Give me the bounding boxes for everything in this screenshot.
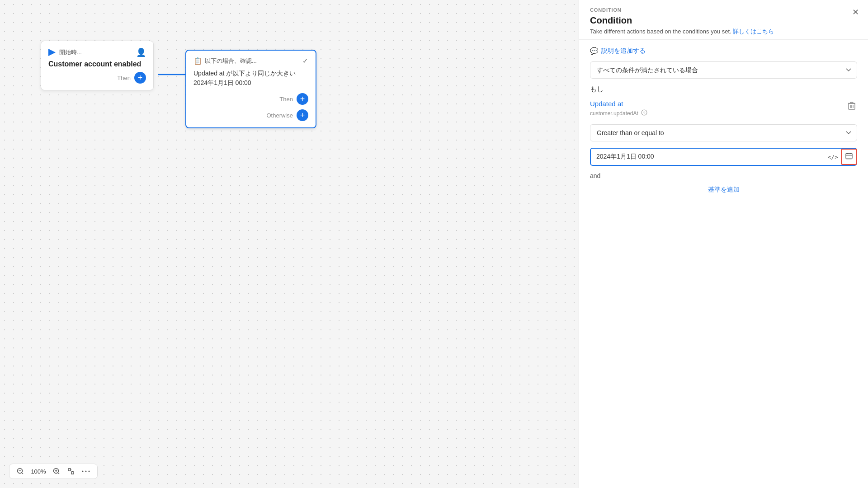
svg-text:?: ? [643,111,645,115]
and-label: and [590,172,857,179]
moshi-label: もし [590,85,857,94]
svg-rect-22 [846,154,852,159]
otherwise-branch-row: Otherwise + [193,109,308,121]
calendar-icon-button[interactable] [841,149,857,165]
add-criteria-button[interactable]: 基準を追加 [590,186,857,194]
updated-at-sub: customer.updatedAt ? [590,108,846,118]
canvas-area: 開始時... 👤 Customer account enabled Then +… [0,0,579,488]
add-criteria-label: 基準を追加 [708,186,740,193]
svg-rect-8 [68,469,71,471]
then-label: Then [117,75,131,81]
code-icon-button[interactable]: </> [825,150,841,164]
condition-node-header: 📋 以下の場合、確認... ✓ [193,57,308,65]
condition-field-row: Updated at customer.updatedAt ? [590,100,857,118]
condition-node-label: 以下の場合、確認... [205,57,257,65]
date-input-field[interactable] [591,149,825,165]
user-icon: 👤 [136,47,146,57]
svg-point-14 [89,471,90,472]
close-panel-button[interactable]: ✕ [852,7,859,17]
condition-selector[interactable]: すべての条件が満たされている場合 [590,61,857,79]
node-header-left: 開始時... [48,48,82,56]
updated-at-link[interactable]: Updated at [590,100,846,108]
more-options-button[interactable] [80,469,92,473]
operator-selector[interactable]: Greater than or equal to [590,124,857,141]
condition-node[interactable]: 📋 以下の場合、確認... ✓ Updated at が以下より同じか大きい 2… [185,50,316,128]
zoom-out-button[interactable] [15,467,26,476]
delete-condition-button[interactable] [846,100,857,113]
start-title: Customer account enabled [48,60,146,68]
fit-view-button[interactable] [66,467,76,476]
condition-node-body: Updated at が以下より同じか大きい 2024年1月1日 00:00 [193,69,308,88]
svg-line-7 [58,473,59,474]
add-then-button[interactable]: + [297,93,308,105]
svg-point-12 [82,471,84,472]
panel-header: CONDITION Condition Take different actio… [579,0,868,40]
section-label: CONDITION [590,7,857,13]
date-input-container: </> [590,148,857,166]
otherwise-branch-label: Otherwise [266,112,293,119]
condition-body-line1: Updated at が以下より同じか大きい [193,69,308,78]
then-branch-row: Then + [193,93,308,105]
updated-at-sub-text: customer.updatedAt [590,110,638,117]
add-desc-icon: 💬 [590,47,599,55]
start-node: 開始時... 👤 Customer account enabled Then + [41,41,154,90]
add-otherwise-button[interactable]: + [297,109,308,121]
condition-check-icon: ✓ [302,57,308,65]
node-header: 開始時... 👤 [48,47,146,57]
zoom-level: 100% [29,468,47,475]
learn-more-link[interactable]: 詳しくはこちら [733,28,774,35]
condition-branches: Then + Otherwise + [193,93,308,121]
zoom-in-button[interactable] [51,467,62,476]
date-input-icons: </> [825,149,856,165]
panel-title: Condition [590,15,857,26]
condition-block: Updated at customer.updatedAt ? [590,100,857,118]
condition-body-line2: 2024年1月1日 00:00 [193,78,308,88]
canvas-toolbar: 100% [9,464,98,479]
add-desc-label: 説明を追加する [601,47,646,55]
date-input-row: </> [590,148,857,166]
condition-title-area: 📋 以下の場合、確認... [193,57,257,65]
play-icon [48,49,56,56]
info-icon-button[interactable]: ? [640,108,648,118]
svg-rect-9 [71,472,74,474]
then-branch-label: Then [279,96,293,103]
panel-body: 💬 説明を追加する すべての条件が満たされている場合 もし Updated at… [579,40,868,201]
start-label: 開始時... [59,48,82,56]
svg-line-3 [22,473,23,474]
condition-icon: 📋 [193,57,202,65]
right-panel: CONDITION Condition Take different actio… [579,0,868,488]
svg-point-13 [85,471,87,472]
add-after-start-button[interactable]: + [134,72,146,84]
panel-description: Take different actions based on the cond… [590,28,857,36]
start-node-footer: Then + [48,72,146,84]
panel-desc-text: Take different actions based on the cond… [590,28,731,35]
add-description-button[interactable]: 💬 説明を追加する [590,47,857,55]
condition-left: Updated at customer.updatedAt ? [590,100,846,118]
